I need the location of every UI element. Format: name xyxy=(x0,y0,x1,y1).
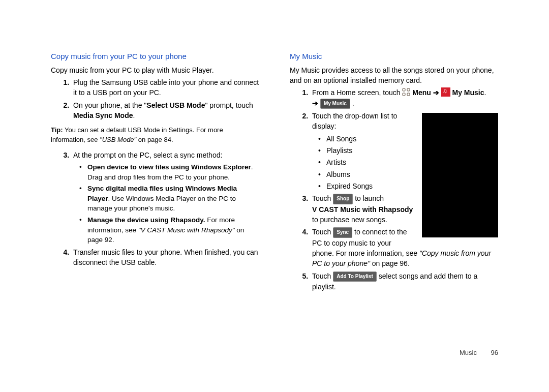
left-heading: Copy music from your PC to your phone xyxy=(51,51,259,62)
t: . xyxy=(133,111,135,119)
left-step-3-bullets: Open device to view files using Windows … xyxy=(73,162,259,245)
vcast-label: V CAST Music with Rhapsody xyxy=(312,205,413,214)
dd-all-songs: All Songs xyxy=(320,134,498,144)
rhapsody-ref: "V CAST Music with Rhapsody" xyxy=(138,226,235,234)
my-music-icon xyxy=(441,87,450,97)
left-intro: Copy music from your PC to play with Mus… xyxy=(51,65,259,75)
shop-badge: Shop xyxy=(333,194,353,204)
svg-rect-1 xyxy=(407,88,410,91)
right-step-5: Touch Add To Playlist select songs and a… xyxy=(310,271,498,292)
media-sync-mode-label: Media Sync Mode xyxy=(73,111,133,119)
dd-playlists: Playlists xyxy=(320,145,498,156)
t: to launch xyxy=(355,194,384,202)
left-step-2: On your phone, at the "Select USB Mode" … xyxy=(71,100,259,121)
t: Touch xyxy=(312,228,333,236)
t: Touch xyxy=(312,194,333,202)
left-step-4-text: Transfer music files to your phone. When… xyxy=(73,248,258,266)
svg-rect-3 xyxy=(407,93,410,96)
arrow-icon: ➔ xyxy=(312,99,318,107)
left-step-3-text: At the prompt on the PC, select a sync m… xyxy=(73,151,222,159)
dd-expired: Expired Songs xyxy=(320,181,498,191)
my-music-badge: My Music xyxy=(320,99,350,109)
select-usb-mode-label: Select USB Mode xyxy=(146,101,205,109)
left-step-4: Transfer music files to your phone. When… xyxy=(71,247,259,268)
right-step-1: From a Home screen, touch Menu ➔ My Musi… xyxy=(310,87,498,109)
page: Copy music from your PC to your phone Co… xyxy=(0,0,549,315)
t: . xyxy=(484,88,486,97)
t: to purchase new songs. xyxy=(312,216,387,224)
svg-rect-0 xyxy=(403,88,405,91)
footer-page-number: 96 xyxy=(491,349,498,356)
svg-rect-2 xyxy=(403,93,405,96)
t: Manage the device using Rhapsody. xyxy=(87,216,205,224)
t: . Use Windows Media Player on the PC to … xyxy=(87,195,236,213)
right-step-2: Touch the drop-down list to display: All… xyxy=(310,111,498,191)
right-intro: My Music provides access to all the song… xyxy=(290,65,498,86)
left-step-1-text: Plug the Samsung USB cable into your pho… xyxy=(73,78,259,97)
left-steps-cont: At the prompt on the PC, select a sync m… xyxy=(51,150,259,267)
t: on page 96. xyxy=(370,259,410,267)
left-column: Copy music from your PC to your phone Co… xyxy=(51,51,259,294)
bullet-rhapsody: Manage the device using Rhapsody. For mo… xyxy=(81,215,259,245)
tip-ref: "USB Mode" xyxy=(100,136,136,143)
left-steps: Plug the Samsung USB cable into your pho… xyxy=(51,77,259,120)
right-heading: My Music xyxy=(290,51,498,62)
tip-label: Tip: xyxy=(51,126,63,134)
t: From a Home screen, touch xyxy=(312,88,402,97)
page-footer: Music 96 xyxy=(460,349,498,356)
footer-section: Music xyxy=(460,349,477,356)
dd-albums: Albums xyxy=(320,169,498,179)
menu-label: Menu xyxy=(412,88,431,97)
add-to-playlist-badge: Add To Playlist xyxy=(333,272,377,282)
tip-box: Tip: You can set a default USB Mode in S… xyxy=(51,126,259,145)
right-step-2-text: Touch the drop-down list to display: xyxy=(312,112,397,130)
t: " prompt, touch xyxy=(205,101,253,109)
left-step-1: Plug the Samsung USB cable into your pho… xyxy=(71,77,259,98)
bullet-sync-wmp: Sync digital media files using Windows M… xyxy=(81,184,259,214)
bullet-open-device: Open device to view files using Windows … xyxy=(81,162,259,182)
right-column: My Music My Music provides access to all… xyxy=(290,51,498,294)
tip-text-c: on page 84. xyxy=(136,136,173,143)
dd-artists: Artists xyxy=(320,157,498,167)
t: Touch xyxy=(312,272,333,280)
apps-grid-icon xyxy=(402,88,410,96)
dropdown-list: All Songs Playlists Artists Albums Expir… xyxy=(312,134,498,191)
t: On your phone, at the " xyxy=(73,101,146,109)
t: Open device to view files using Windows … xyxy=(87,163,251,171)
arrow-icon: ➔ xyxy=(433,88,439,97)
sync-badge: Sync xyxy=(333,227,352,238)
left-step-3: At the prompt on the PC, select a sync m… xyxy=(71,150,259,245)
my-music-label: My Music xyxy=(452,88,484,97)
right-steps: From a Home screen, touch Menu ➔ My Musi… xyxy=(290,87,498,292)
